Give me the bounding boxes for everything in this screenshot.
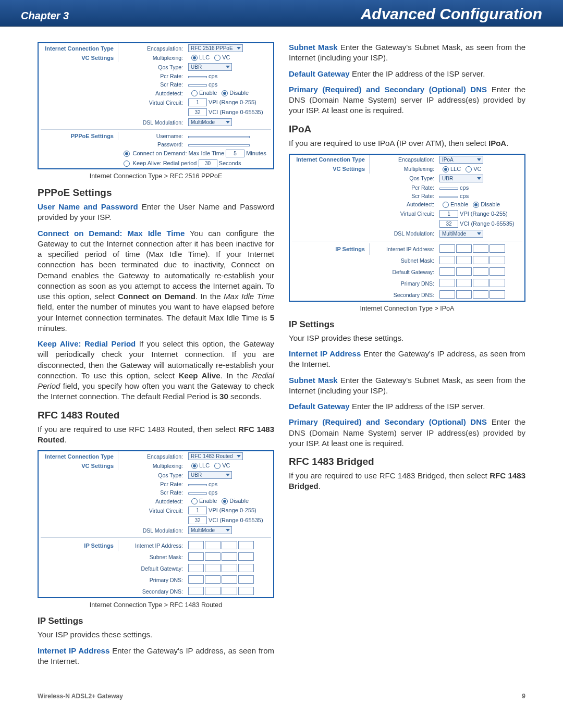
row-label: Internet Connection Type bbox=[39, 43, 118, 53]
qos-select[interactable]: UBR bbox=[439, 175, 483, 182]
para-routed-intro: If you are required to use RFC 1483 Rout… bbox=[38, 424, 274, 446]
radio-disable[interactable] bbox=[473, 202, 479, 208]
heading-pppoe-settings: PPPoE Settings bbox=[38, 187, 274, 199]
max-idle-input[interactable]: 5 bbox=[226, 150, 244, 157]
para-isp-provides-2: Your ISP provides these settings. bbox=[289, 333, 525, 343]
redial-input[interactable]: 30 bbox=[199, 159, 217, 167]
page-header: Chapter 3 Advanced Configuration bbox=[0, 0, 563, 27]
para-default-gateway: Default Gateway Enter the IP address of … bbox=[289, 69, 525, 79]
scr-input[interactable] bbox=[188, 492, 207, 495]
page-body: Internet Connection Type Encapsulation: … bbox=[0, 27, 563, 689]
radio-llc[interactable] bbox=[443, 166, 449, 172]
heading-rfc1483-routed: RFC 1483 Routed bbox=[38, 410, 274, 421]
para-keep-alive: Keep Alive: Redial Period If you select … bbox=[38, 339, 274, 402]
dsl-mod-select[interactable]: MultiMode bbox=[439, 230, 483, 238]
ip-octet-input[interactable] bbox=[188, 541, 204, 549]
para-dns: Primary (Required) and Secondary (Option… bbox=[289, 84, 525, 116]
dsl-mod-select[interactable]: MultiMode bbox=[188, 118, 232, 126]
para-user-pass: User Name and Password Enter the User Na… bbox=[38, 202, 274, 223]
radio-enable[interactable] bbox=[443, 202, 449, 208]
pcr-input[interactable] bbox=[188, 484, 207, 486]
term-label: Connect on Demand: Max Idle Time bbox=[38, 229, 185, 238]
heading-ip-settings-2: IP Settings bbox=[289, 319, 525, 330]
radio-vc[interactable] bbox=[214, 463, 221, 469]
form-label: Encapsulation: bbox=[118, 43, 187, 53]
username-input[interactable] bbox=[188, 136, 250, 138]
password-input[interactable] bbox=[188, 144, 250, 146]
radio-disable[interactable] bbox=[222, 90, 228, 96]
para-connect-on-demand: Connect on Demand: Max Idle Time You can… bbox=[38, 228, 274, 334]
term-label: User Name and Password bbox=[38, 202, 138, 211]
radio-llc[interactable] bbox=[191, 55, 198, 61]
figure-caption: Internet Connection Type > IPoA bbox=[289, 305, 525, 312]
encapsulation-select[interactable]: IPoA bbox=[439, 156, 483, 164]
scr-input[interactable] bbox=[439, 196, 458, 198]
vpi-input[interactable]: 1 bbox=[188, 507, 207, 514]
para-ipoa-intro: If you are required to use IPoA (IP over… bbox=[289, 138, 525, 149]
row-label: VC Settings bbox=[39, 53, 118, 62]
para-subnet-mask: Subnet Mask Enter the Gateway's Subnet M… bbox=[289, 42, 525, 64]
qos-select[interactable]: UBR bbox=[188, 471, 232, 479]
page-footer: Wireless-N ADSL2+ Gateway 9 bbox=[0, 689, 563, 709]
screenshot-pppoe: Internet Connection Type Encapsulation: … bbox=[38, 42, 274, 169]
radio-vc[interactable] bbox=[466, 166, 472, 172]
qos-select[interactable]: UBR bbox=[188, 63, 232, 71]
para-dns-2: Primary (Required) and Secondary (Option… bbox=[289, 417, 525, 449]
encapsulation-select[interactable]: RFC 2516 PPPoE bbox=[188, 44, 243, 52]
radio-keep-alive[interactable] bbox=[124, 161, 130, 167]
radio-connect-demand[interactable] bbox=[124, 151, 130, 157]
para-default-gateway-2: Default Gateway Enter the IP address of … bbox=[289, 401, 525, 412]
footer-page-number: 9 bbox=[522, 693, 525, 700]
radio-llc[interactable] bbox=[191, 463, 198, 469]
dsl-mod-select[interactable]: MultiMode bbox=[188, 526, 232, 534]
para-subnet-mask-2: Subnet Mask Enter the Gateway's Subnet M… bbox=[289, 375, 525, 397]
para-bridged-intro: If you are required to use RFC 1483 Brid… bbox=[289, 471, 525, 492]
chapter-label: Chapter 3 bbox=[21, 10, 69, 22]
radio-enable[interactable] bbox=[191, 498, 198, 504]
heading-rfc1483-bridged: RFC 1483 Bridged bbox=[289, 456, 525, 467]
heading-ip-settings: IP Settings bbox=[38, 616, 274, 626]
vpi-input[interactable]: 1 bbox=[188, 98, 207, 106]
para-internet-ip: Internet IP Address Enter the Gateway's … bbox=[38, 646, 274, 667]
figure-caption: Internet Connection Type > RFC 1483 Rout… bbox=[38, 601, 274, 609]
vci-input[interactable]: 32 bbox=[188, 108, 207, 116]
encapsulation-select[interactable]: RFC 1483 Routed bbox=[188, 452, 243, 460]
para-isp-provides: Your ISP provides these settings. bbox=[38, 630, 274, 640]
scr-input[interactable] bbox=[188, 84, 207, 87]
radio-disable[interactable] bbox=[222, 498, 228, 504]
pcr-input[interactable] bbox=[439, 188, 458, 190]
vci-input[interactable]: 32 bbox=[439, 220, 458, 228]
screenshot-routed: Internet Connection Type Encapsulation: … bbox=[38, 450, 274, 598]
figure-caption: Internet Connection Type > RFC 2516 PPPo… bbox=[38, 172, 274, 180]
radio-enable[interactable] bbox=[191, 90, 198, 96]
page-title: Advanced Configuration bbox=[361, 5, 542, 23]
row-label: PPPoE Settings bbox=[39, 132, 118, 140]
footer-product: Wireless-N ADSL2+ Gateway bbox=[38, 693, 123, 700]
vci-input[interactable]: 32 bbox=[188, 516, 207, 524]
pcr-input[interactable] bbox=[188, 76, 207, 78]
vpi-input[interactable]: 1 bbox=[439, 210, 458, 218]
term-label: Keep Alive: Redial Period bbox=[38, 339, 136, 348]
heading-ipoa: IPoA bbox=[289, 124, 525, 135]
radio-vc[interactable] bbox=[214, 55, 221, 61]
screenshot-ipoa: Internet Connection Type Encapsulation: … bbox=[289, 154, 525, 302]
para-internet-ip-2: Internet IP Address Enter the Gateway's … bbox=[289, 349, 525, 370]
